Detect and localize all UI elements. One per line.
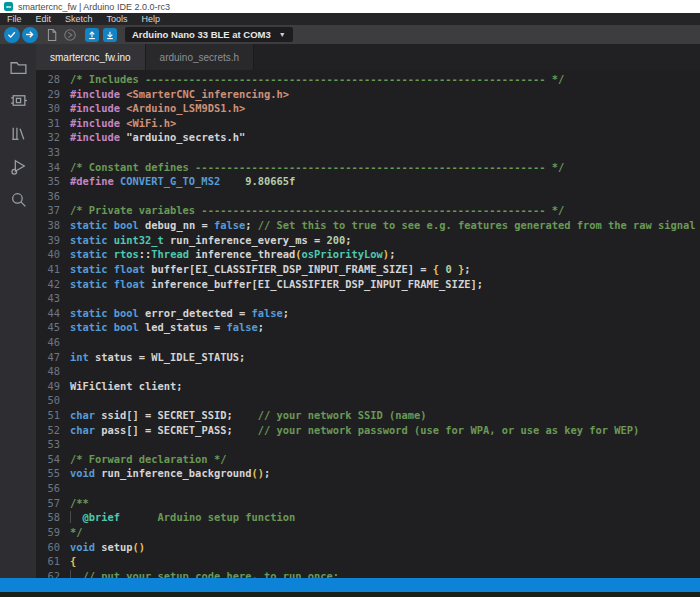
code-line-text: void run_inference_background(); [70, 466, 270, 481]
code-line: 62 // put your setup code here, to run o… [36, 569, 700, 578]
code-line-text: /* Forward declaration */ [70, 452, 226, 467]
code-line: 60void setup() [36, 540, 700, 555]
menu-item-file[interactable]: File [0, 14, 29, 24]
line-number[interactable]: 43 [36, 291, 60, 306]
upload-button[interactable] [21, 26, 38, 43]
code-line: 32#include "arduino_secrets.h" [36, 130, 700, 145]
code-line-text: #include <WiFi.h> [70, 116, 176, 131]
line-number[interactable]: 54 [36, 452, 60, 467]
down-arrow-icon [103, 28, 117, 42]
tab-smartercnc_fw.ino[interactable]: smartercnc_fw.ino [36, 44, 146, 70]
line-number[interactable]: 38 [36, 218, 60, 233]
sidebar-item-search[interactable] [4, 184, 32, 214]
code-line: 31#include <WiFi.h> [36, 116, 700, 131]
line-number[interactable]: 48 [36, 364, 60, 379]
code-line: 36 [36, 189, 700, 204]
line-number[interactable]: 47 [36, 350, 60, 365]
line-number[interactable]: 31 [36, 116, 60, 131]
menu-bar: FileEditSketchToolsHelp [0, 13, 700, 25]
code-line: 30#include <Arduino_LSM9DS1.h> [36, 101, 700, 116]
line-number[interactable]: 32 [36, 130, 60, 145]
line-number[interactable]: 50 [36, 393, 60, 408]
code-line-text: static rtos::Thread inference_thread(osP… [70, 247, 395, 262]
board-selector[interactable]: Arduino Nano 33 BLE at COM3 ▼ [125, 27, 293, 42]
arduino-app-icon: ∞ [4, 2, 13, 11]
status-bar [0, 578, 700, 592]
board-selector-label: Arduino Nano 33 BLE at COM3 [132, 29, 271, 40]
folder-icon [9, 58, 28, 77]
code-line: 52char pass[] = SECRET_PASS; // your net… [36, 423, 700, 438]
code-line-text: /** [70, 496, 89, 511]
new-sketch-button[interactable] [43, 26, 60, 43]
verify-button[interactable] [3, 26, 20, 43]
menu-item-edit[interactable]: Edit [29, 14, 59, 24]
code-line-text: static bool led_status = false; [70, 320, 264, 335]
code-line-text: /* Includes ----------------------------… [70, 72, 564, 87]
line-number[interactable]: 42 [36, 277, 60, 292]
code-line-text: int status = WL_IDLE_STATUS; [70, 350, 245, 365]
code-line-text: */ [70, 525, 83, 540]
sidebar-item-sketchbook[interactable] [4, 52, 32, 82]
line-number[interactable]: 40 [36, 247, 60, 262]
line-number[interactable]: 62 [36, 569, 60, 578]
code-line-text: #include "arduino_secrets.h" [70, 130, 245, 145]
line-number[interactable]: 34 [36, 160, 60, 175]
line-number[interactable]: 51 [36, 408, 60, 423]
code-line: 48 [36, 364, 700, 379]
line-number[interactable]: 37 [36, 203, 60, 218]
serial-download-button[interactable] [101, 26, 118, 43]
code-line: 28/* Includes --------------------------… [36, 72, 700, 87]
line-number[interactable]: 60 [36, 540, 60, 555]
menu-item-sketch[interactable]: Sketch [58, 14, 100, 24]
line-number[interactable]: 57 [36, 496, 60, 511]
tab-arduino_secrets.h[interactable]: arduino_secrets.h [146, 44, 255, 70]
menu-item-help[interactable]: Help [135, 14, 168, 24]
line-number[interactable]: 28 [36, 72, 60, 87]
code-line-text: char pass[] = SECRET_PASS; // your netwo… [70, 423, 639, 438]
line-number[interactable]: 52 [36, 423, 60, 438]
line-number[interactable]: 36 [36, 189, 60, 204]
bottom-strip [0, 592, 700, 597]
menu-item-tools[interactable]: Tools [100, 14, 135, 24]
debug-button[interactable] [61, 26, 78, 43]
code-line: 43 [36, 291, 700, 306]
line-number[interactable]: 59 [36, 525, 60, 540]
code-line: 49WiFiClient client; [36, 379, 700, 394]
line-number[interactable]: 33 [36, 145, 60, 160]
line-number[interactable]: 53 [36, 437, 60, 452]
window-title: smartercnc_fw | Arduino IDE 2.0.0-rc3 [18, 2, 170, 12]
line-number[interactable]: 55 [36, 466, 60, 481]
document-icon [45, 28, 58, 42]
line-number[interactable]: 56 [36, 481, 60, 496]
code-line-text: #define CONVERT_G_TO_MS2 9.80665f [70, 174, 295, 189]
code-line-text: #include <Arduino_LSM9DS1.h> [70, 101, 245, 116]
line-number[interactable]: 46 [36, 335, 60, 350]
debug-arrow-icon [63, 28, 77, 42]
line-number[interactable]: 44 [36, 306, 60, 321]
code-line-text: /* Constant defines --------------------… [70, 160, 564, 175]
line-number[interactable]: 61 [36, 554, 60, 569]
code-line: 33 [36, 145, 700, 160]
code-line-text: /* Private variables -------------------… [70, 203, 564, 218]
line-number[interactable]: 39 [36, 233, 60, 248]
serial-upload-button[interactable] [83, 26, 100, 43]
code-line: 55void run_inference_background(); [36, 466, 700, 481]
title-bar: ∞ smartercnc_fw | Arduino IDE 2.0.0-rc3 [0, 0, 700, 13]
circuit-board-icon [9, 91, 28, 110]
line-number[interactable]: 30 [36, 101, 60, 116]
code-line: 42static float inference_buffer[EI_CLASS… [36, 277, 700, 292]
code-line: 50 [36, 393, 700, 408]
line-number[interactable]: 49 [36, 379, 60, 394]
code-line: 40static rtos::Thread inference_thread(o… [36, 247, 700, 262]
search-icon [9, 190, 28, 209]
line-number[interactable]: 35 [36, 174, 60, 189]
up-arrow-icon [85, 28, 99, 42]
line-number[interactable]: 41 [36, 262, 60, 277]
line-number[interactable]: 29 [36, 87, 60, 102]
sidebar-item-library-manager[interactable] [4, 118, 32, 148]
sidebar-item-debug[interactable] [4, 151, 32, 181]
code-editor[interactable]: 28/* Includes --------------------------… [36, 70, 700, 578]
line-number[interactable]: 45 [36, 320, 60, 335]
sidebar-item-boards-manager[interactable] [4, 85, 32, 115]
line-number[interactable]: 58 [36, 510, 60, 525]
